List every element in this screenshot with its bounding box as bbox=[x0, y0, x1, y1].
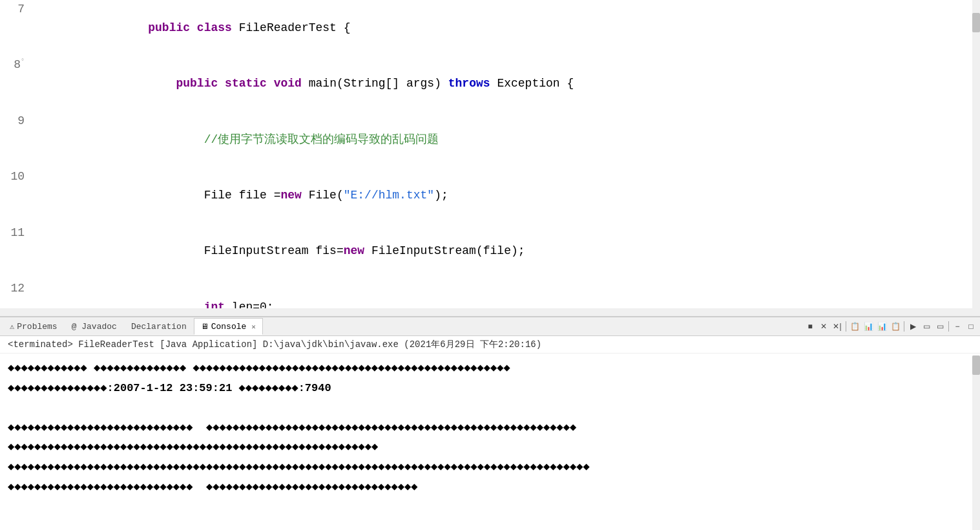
console-icon: 🖥 bbox=[201, 322, 209, 332]
console-line-7: ◆◆◆◆◆◆◆◆◆◆◆◆◆◆◆◆◆◆◆◆◆◆◆◆◆◆◆◆ ◆◆◆◆◆◆◆◆◆◆◆… bbox=[8, 478, 972, 498]
console-line-4: ◆◆◆◆◆◆◆◆◆◆◆◆◆◆◆◆◆◆◆◆◆◆◆◆◆◆◆◆ ◆◆◆◆◆◆◆◆◆◆◆… bbox=[8, 418, 972, 438]
horizontal-scrollbar[interactable] bbox=[0, 308, 972, 316]
toolbar-separator-3 bbox=[948, 321, 949, 332]
run-button[interactable]: ▶ bbox=[906, 320, 919, 333]
code-line[interactable]: FileInputStream fis=new FileInputStream(… bbox=[45, 224, 980, 279]
line-number: 10 bbox=[0, 167, 32, 223]
code-editor: 7 public class FileReaderTest { 8° publi… bbox=[0, 0, 980, 317]
line-number: 11 bbox=[0, 224, 32, 279]
tab-javadoc[interactable]: @ Javadoc bbox=[65, 318, 124, 335]
console-line-5: ◆◆◆◆◆◆◆◆◆◆◆◆◆◆◆◆◆◆◆◆◆◆◆◆◆◆◆◆◆◆◆◆◆◆◆◆◆◆◆◆… bbox=[8, 438, 972, 458]
console-line-2: ◆◆◆◆◆◆◆◆◆◆◆◆◆◆◆:2007-1-12 23:59:21 ◆◆◆◆◆… bbox=[8, 379, 972, 399]
code-scroll-area[interactable]: 7 public class FileReaderTest { 8° publi… bbox=[0, 0, 980, 316]
console-toolbar-buttons: ■ ✕ ✕| 📋 📊 📊 📋 ▶ ▭ ▭ − □ bbox=[804, 320, 977, 333]
table-row: 7 public class FileReaderTest { bbox=[0, 0, 980, 56]
layout-button-2[interactable]: ▭ bbox=[933, 320, 946, 333]
tab-close-icon[interactable]: ✕ bbox=[251, 323, 256, 331]
console-status-text: <terminated> FileReaderTest [Java Applic… bbox=[8, 339, 541, 350]
code-line[interactable]: File file =new File("E://hlm.txt"); bbox=[45, 167, 980, 223]
line-dot bbox=[32, 224, 45, 279]
code-line[interactable]: public static void main(String[] args) t… bbox=[45, 56, 980, 111]
open-file-button[interactable]: 📊 bbox=[862, 320, 875, 333]
tab-problems-label: Problems bbox=[17, 322, 57, 332]
line-dot bbox=[32, 167, 45, 223]
console-line-3 bbox=[8, 398, 972, 418]
maximize-button[interactable]: □ bbox=[964, 320, 977, 333]
pin-button[interactable]: 📊 bbox=[875, 320, 888, 333]
vertical-scrollbar-editor[interactable] bbox=[972, 0, 980, 316]
tab-problems[interactable]: ⚠ Problems bbox=[3, 318, 65, 335]
line-dot bbox=[32, 0, 45, 56]
problems-icon: ⚠ bbox=[10, 322, 14, 332]
remove-launch-button[interactable]: ✕ bbox=[817, 320, 830, 333]
copy-button[interactable]: 📋 bbox=[848, 320, 861, 333]
console-output[interactable]: ◆◆◆◆◆◆◆◆◆◆◆◆ ◆◆◆◆◆◆◆◆◆◆◆◆◆◆ ◆◆◆◆◆◆◆◆◆◆◆◆… bbox=[0, 354, 980, 502]
minimize-button[interactable]: − bbox=[951, 320, 964, 333]
scrollbar-thumb[interactable] bbox=[972, 13, 980, 32]
layout-button-1[interactable]: ▭ bbox=[920, 320, 933, 333]
console-scroll-thumb[interactable] bbox=[972, 355, 980, 375]
table-row: 8° public static void main(String[] args… bbox=[0, 56, 980, 111]
table-row: 10 File file =new File("E://hlm.txt"); bbox=[0, 167, 980, 223]
line-number: 9 bbox=[0, 112, 32, 167]
tab-console[interactable]: 🖥 Console ✕ bbox=[194, 318, 263, 335]
tab-declaration-label: Declaration bbox=[131, 322, 187, 332]
terminate-button[interactable]: ■ bbox=[804, 320, 817, 333]
tab-javadoc-label: @ Javadoc bbox=[72, 322, 117, 332]
console-line-6: ◆◆◆◆◆◆◆◆◆◆◆◆◆◆◆◆◆◆◆◆◆◆◆◆◆◆◆◆◆◆◆◆◆◆◆◆◆◆◆◆… bbox=[8, 458, 972, 478]
select-all-button[interactable]: 📋 bbox=[889, 320, 902, 333]
tab-console-label: Console bbox=[211, 322, 247, 332]
toolbar-separator-2 bbox=[904, 321, 904, 332]
console-vertical-scrollbar[interactable] bbox=[972, 355, 980, 530]
console-line-1: ◆◆◆◆◆◆◆◆◆◆◆◆ ◆◆◆◆◆◆◆◆◆◆◆◆◆◆ ◆◆◆◆◆◆◆◆◆◆◆◆… bbox=[8, 359, 972, 379]
toolbar-separator bbox=[846, 321, 846, 332]
tab-declaration[interactable]: Declaration bbox=[124, 318, 194, 335]
console-area: <terminated> FileReaderTest [Java Applic… bbox=[0, 336, 980, 530]
tabs-bar: ⚠ Problems @ Javadoc Declaration 🖥 Conso… bbox=[0, 317, 980, 336]
code-line[interactable]: //使用字节流读取文档的编码导致的乱码问题 bbox=[45, 112, 980, 167]
ide-container: 7 public class FileReaderTest { 8° publi… bbox=[0, 0, 980, 530]
table-row: 9 //使用字节流读取文档的编码导致的乱码问题 bbox=[0, 112, 980, 167]
line-dot bbox=[32, 112, 45, 167]
code-table: 7 public class FileReaderTest { 8° publi… bbox=[0, 0, 980, 316]
code-line[interactable]: public class FileReaderTest { bbox=[45, 0, 980, 56]
line-dot bbox=[32, 56, 45, 111]
line-number: 7 bbox=[0, 0, 32, 56]
line-number: 8° bbox=[0, 56, 32, 111]
remove-all-button[interactable]: ✕| bbox=[831, 320, 844, 333]
console-status: <terminated> FileReaderTest [Java Applic… bbox=[0, 336, 980, 354]
table-row: 11 FileInputStream fis=new FileInputStre… bbox=[0, 224, 980, 279]
